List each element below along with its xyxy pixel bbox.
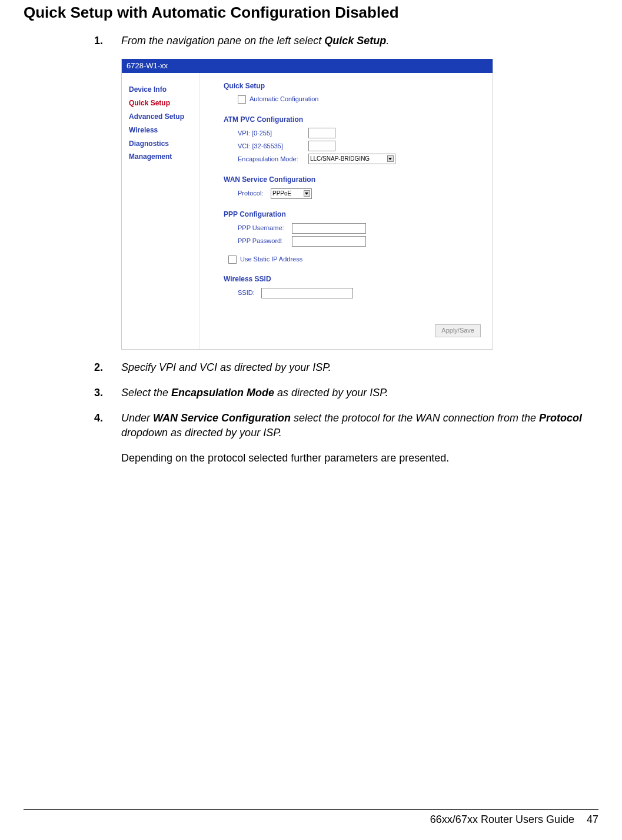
step-2: 2. Specify VPI and VCI as directed by yo… — [94, 360, 598, 375]
auto-config-label: Automatic Configuration — [250, 95, 318, 104]
step-3: 3. Select the Encapsulation Mode as dire… — [94, 386, 598, 400]
page-heading: Quick Setup with Automatic Configuration… — [24, 4, 598, 22]
protocol-bold: Protocol — [539, 412, 582, 424]
atm-pvc-title: ATM PVC Configuration — [224, 115, 493, 125]
ssid-label: SSID: — [238, 288, 261, 297]
footer-title: 66xx/67xx Router Users Guide — [430, 814, 574, 825]
vpi-input[interactable] — [308, 128, 335, 138]
nav-advanced-setup[interactable]: Advanced Setup — [129, 112, 199, 122]
step-number: 4. — [94, 411, 121, 440]
nav-management[interactable]: Management — [129, 152, 199, 162]
quick-setup-bold: Quick Setup — [324, 35, 386, 47]
step-number: 3. — [94, 386, 121, 400]
static-ip-label: Use Static IP Address — [240, 255, 302, 264]
wan-service-title: WAN Service Configuration — [224, 175, 493, 185]
auto-config-checkbox[interactable] — [238, 95, 246, 104]
step-number: 2. — [94, 360, 121, 375]
content-pane: Quick Setup Automatic Configuration ATM … — [200, 73, 493, 348]
screenshot-quick-setup: 6728-W1-xx Device Info Quick Setup Advan… — [121, 59, 493, 349]
step-number: 1. — [94, 34, 121, 48]
ppp-pass-label: PPP Password: — [238, 237, 292, 245]
encap-label: Encapsulation Mode: — [238, 155, 308, 164]
auto-config-row: Automatic Configuration — [238, 95, 493, 104]
ppp-user-input[interactable] — [292, 223, 366, 234]
step-text: From the navigation pane on the left sel… — [121, 35, 324, 47]
quick-setup-title: Quick Setup — [224, 81, 493, 91]
encap-mode-bold: Encapsulation Mode — [171, 387, 274, 399]
protocol-label: Protocol: — [238, 189, 271, 198]
wan-service-bold: WAN Service Configuration — [153, 412, 291, 424]
apply-save-button[interactable]: Apply/Save — [435, 324, 481, 337]
vci-input[interactable] — [308, 141, 335, 151]
vci-label: VCI: [32-65535] — [238, 142, 308, 151]
nav-pane: Device Info Quick Setup Advanced Setup W… — [122, 73, 200, 348]
step-1: 1. From the navigation pane on the left … — [94, 34, 598, 48]
page-number: 47 — [587, 814, 598, 825]
static-ip-checkbox[interactable] — [228, 255, 237, 264]
page-footer: 66xx/67xx Router Users Guide 47 — [24, 809, 598, 826]
ppp-user-label: PPP Username: — [238, 224, 292, 233]
ppp-pass-input[interactable] — [292, 236, 366, 247]
vpi-label: VPI: [0-255] — [238, 129, 308, 138]
nav-diagnostics[interactable]: Diagnostics — [129, 139, 199, 149]
nav-wireless[interactable]: Wireless — [129, 125, 199, 135]
ssid-input[interactable] — [261, 288, 353, 298]
step-4: 4. Under WAN Service Configuration selec… — [94, 411, 598, 440]
wireless-ssid-title: Wireless SSID — [224, 274, 493, 284]
step-text: Specify VPI and VCI as directed by your … — [121, 361, 331, 373]
note-text: Depending on the protocol selected furth… — [121, 451, 598, 466]
nav-device-info[interactable]: Device Info — [129, 85, 199, 95]
protocol-select[interactable]: PPPoE — [271, 188, 312, 199]
encap-select[interactable]: LLC/SNAP-BRIDGING — [308, 154, 395, 164]
nav-quick-setup[interactable]: Quick Setup — [129, 98, 199, 108]
ppp-config-title: PPP Configuration — [224, 210, 493, 220]
window-titlebar: 6728-W1-xx — [122, 59, 493, 73]
